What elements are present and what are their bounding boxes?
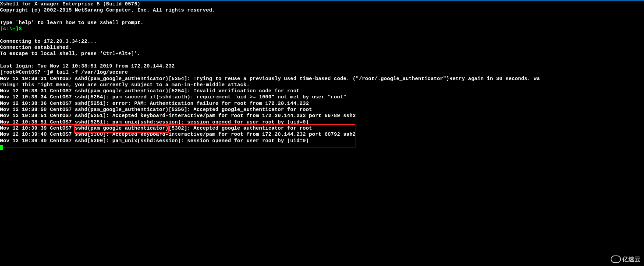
log-line: Nov 12 10:38:36 CentOS7 sshd[5251]: erro…	[0, 101, 309, 107]
log-line: Nov 12 10:38:31 CentOS7 sshd(pam_google_…	[0, 76, 540, 88]
log-line: Nov 12 10:39:40 CentOS7 sshd[5300]: Acce…	[0, 132, 356, 137]
xshell-prompt[interactable]: [c:\~]$	[0, 26, 25, 32]
established-line: Connection established.	[0, 45, 72, 51]
log-line: Nov 12 10:38:51 CentOS7 sshd[5251]: Acce…	[0, 113, 356, 119]
help-line: Type `help' to learn how to use Xshell p…	[0, 20, 143, 26]
watermark-text: 亿速云	[622, 255, 641, 263]
banner-line: Copyright (c) 2002-2015 NetSarang Comput…	[0, 7, 215, 13]
log-line: Nov 12 10:38:31 CentOS7 sshd(pam_google_…	[0, 88, 299, 94]
log-line: Nov 12 10:38:51 CentOS7 sshd[5251]: pam_…	[0, 119, 309, 125]
shell-command-line: [root@CentOS7 ~]# tail -f /var/log/secur…	[0, 70, 128, 75]
log-line: Nov 12 10:38:34 CentOS7 sshd[5254]: pam_…	[0, 94, 346, 100]
connecting-line: Connecting to 172.20.3.34:22...	[0, 39, 97, 44]
log-line: Nov 12 10:39:39 CentOS7 sshd(pam_google_…	[0, 126, 312, 131]
log-line: Nov 12 10:39:40 CentOS7 sshd[5300]: pam_…	[0, 138, 309, 144]
terminal-output[interactable]: Xshell for Xmanager Enterprise 5 (Build …	[0, 1, 644, 266]
cloud-icon	[611, 255, 621, 263]
escape-hint-line: To escape to local shell, press 'Ctrl+Al…	[0, 51, 140, 57]
watermark: 亿速云	[611, 255, 641, 263]
banner-line: Xshell for Xmanager Enterprise 5 (Build …	[0, 1, 140, 7]
last-login-line: Last login: Tue Nov 12 10:38:51 2019 fro…	[0, 63, 175, 69]
log-line: Nov 12 10:38:50 CentOS7 sshd(pam_google_…	[0, 107, 312, 113]
terminal-cursor	[0, 145, 3, 150]
